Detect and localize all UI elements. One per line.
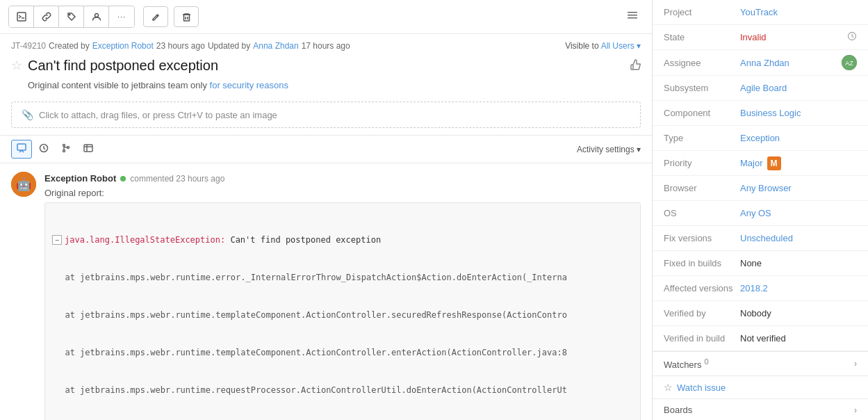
svg-rect-4 <box>183 15 189 21</box>
sidebar-row-component[interactable]: Component Business Logic <box>653 101 868 126</box>
sidebar-value-assignee[interactable]: Anna Zhdan AZ <box>740 55 857 70</box>
svg-rect-7 <box>628 12 637 13</box>
sidebar-row-fix-versions[interactable]: Fix versions Unscheduled <box>653 226 868 251</box>
sidebar-row-os[interactable]: OS Any OS <box>653 201 868 226</box>
sidebar-label-assignee: Assignee <box>664 58 740 68</box>
created-by-link[interactable]: Exception Robot <box>92 41 154 51</box>
sidebar-value-component[interactable]: Business Logic <box>740 108 857 118</box>
svg-rect-9 <box>628 17 637 19</box>
sidebar-value-fix-versions[interactable]: Unscheduled <box>740 233 857 243</box>
assign-button[interactable] <box>84 6 109 27</box>
sidebar-row-subsystem[interactable]: Subsystem Agile Board <box>653 76 868 101</box>
visibility-group-link[interactable]: All Users ▾ <box>601 41 641 51</box>
hamburger-menu-button[interactable] <box>621 7 644 27</box>
terminal-button[interactable] <box>9 6 34 27</box>
original-report-label: Original report: <box>44 188 641 198</box>
sidebar-label-project: Project <box>664 7 740 17</box>
share-comment-button[interactable]: ↗ <box>628 172 641 185</box>
sidebar-value-browser[interactable]: Any Browser <box>740 183 857 193</box>
thumbs-up-button[interactable] <box>630 59 641 73</box>
sidebar: Project YouTrack State Invalid Assignee … <box>653 0 868 420</box>
attach-area[interactable]: 📎 Click to attach, drag files, or press … <box>11 102 641 128</box>
avatar: 🤖 <box>11 172 36 197</box>
svg-point-12 <box>63 145 65 147</box>
sidebar-value-project[interactable]: YouTrack <box>740 7 857 17</box>
sidebar-label-affected-versions: Affected versions <box>664 283 740 293</box>
sidebar-row-browser[interactable]: Browser Any Browser <box>653 176 868 201</box>
star-icon[interactable]: ☆ <box>11 58 22 73</box>
sidebar-row-fixed-in-builds[interactable]: Fixed in builds None <box>653 251 868 276</box>
sidebar-value-state[interactable]: Invalid <box>740 31 857 43</box>
link-button[interactable] <box>34 6 59 27</box>
sidebar-row-assignee[interactable]: Assignee Anna Zhdan AZ <box>653 50 868 76</box>
sidebar-row-project[interactable]: Project YouTrack <box>653 0 868 25</box>
reply-comment-button[interactable]: ↩ <box>574 172 587 185</box>
sidebar-label-fixed-in-builds: Fixed in builds <box>664 258 740 268</box>
sidebar-label-subsystem: Subsystem <box>664 83 740 93</box>
edit-button[interactable] <box>143 6 168 27</box>
sidebar-value-affected-versions[interactable]: 2018.2 <box>740 283 857 293</box>
svg-rect-8 <box>628 15 637 16</box>
delete-comment-button[interactable]: 🗑 <box>609 172 623 185</box>
toolbar-group-1: ··· <box>8 6 135 28</box>
svg-text:🤖: 🤖 <box>16 177 32 192</box>
sidebar-value-subsystem[interactable]: Agile Board <box>740 83 857 93</box>
history-filter-button[interactable] <box>33 140 54 159</box>
svg-point-2 <box>69 14 70 15</box>
star-watch-icon: ☆ <box>664 382 673 393</box>
paperclip-icon: 📎 <box>22 109 33 120</box>
comments-filter-button[interactable] <box>11 140 32 159</box>
boards-section-header[interactable]: Boards › <box>653 398 868 420</box>
issue-title-row: ☆ Can't find postponed exception <box>11 56 641 74</box>
svg-rect-10 <box>17 144 26 150</box>
sidebar-label-fix-versions: Fix versions <box>664 233 740 243</box>
activity-toolbar: Activity settings ▾ <box>0 135 652 163</box>
main-area: ··· <box>0 0 653 420</box>
sidebar-value-verified-by: Nobody <box>740 308 857 318</box>
sidebar-row-type[interactable]: Type Exception <box>653 126 868 151</box>
attach-comment-button[interactable]: 📎 <box>553 172 570 185</box>
tag-button[interactable] <box>59 6 84 27</box>
comment-header: Exception Robot commented 23 hours ago 📎… <box>44 172 641 185</box>
comment-body: Exception Robot commented 23 hours ago 📎… <box>44 172 641 420</box>
updated-label: Updated by <box>208 41 250 51</box>
assignee-link[interactable]: Anna Zhdan <box>740 58 789 68</box>
exception-class: java.lang.IllegalStateException: <box>65 234 225 246</box>
activity-settings-button[interactable]: Activity settings ▾ <box>577 145 641 154</box>
sidebar-row-state[interactable]: State Invalid <box>653 25 868 50</box>
watchers-count: 0 <box>704 357 708 366</box>
activity-icons <box>11 140 99 159</box>
sidebar-row-affected-versions[interactable]: Affected versions 2018.2 <box>653 276 868 301</box>
watchers-section-header[interactable]: Watchers0 › <box>653 351 868 375</box>
more-button[interactable]: ··· <box>109 6 134 27</box>
comment-item: 🤖 Exception Robot commented 23 hours ago… <box>0 163 652 420</box>
boards-chevron-icon: › <box>854 405 857 415</box>
updated-by-link[interactable]: Anna Zhdan <box>253 41 298 51</box>
stack-line-4: at jetbrains.mps.webr.runtime.requestPro… <box>52 384 633 396</box>
delete-button[interactable] <box>174 6 199 27</box>
sidebar-value-type[interactable]: Exception <box>740 133 857 143</box>
issue-header: JT-49210 Created by Exception Robot 23 h… <box>0 34 652 102</box>
security-notice: Original content visible to jetbrains te… <box>11 80 641 90</box>
created-time: 23 hours ago <box>156 41 205 51</box>
sidebar-value-priority[interactable]: Major M <box>740 156 857 170</box>
boards-title: Boards <box>664 405 854 415</box>
sidebar-row-priority[interactable]: Priority Major M <box>653 151 868 176</box>
priority-link[interactable]: Major <box>740 158 763 168</box>
comment-meta: commented 23 hours ago <box>130 174 224 184</box>
sidebar-value-fixed-in-builds: None <box>740 258 857 268</box>
sidebar-row-verified-by[interactable]: Verified by Nobody <box>653 301 868 326</box>
priority-badge: M <box>767 156 781 170</box>
stack-line-3: at jetbrains.mps.webr.runtime.templateCo… <box>52 346 633 359</box>
sprint-filter-button[interactable] <box>78 140 99 159</box>
code-block: −java.lang.IllegalStateException: Can't … <box>44 202 641 420</box>
sidebar-value-os[interactable]: Any OS <box>740 208 857 218</box>
vcs-filter-button[interactable] <box>56 140 76 159</box>
svg-point-3 <box>95 14 98 17</box>
watch-issue-label[interactable]: Watch issue <box>677 382 726 393</box>
watch-issue-action[interactable]: ☆ Watch issue <box>653 375 868 398</box>
stack-line-1: at jetbrains.mps.webr.runtime.error._Int… <box>52 271 633 284</box>
sidebar-row-verified-in-build[interactable]: Verified in build Not verified <box>653 326 868 351</box>
collapse-button[interactable]: − <box>52 235 62 245</box>
edit-comment-button[interactable]: ✏ <box>591 172 605 185</box>
